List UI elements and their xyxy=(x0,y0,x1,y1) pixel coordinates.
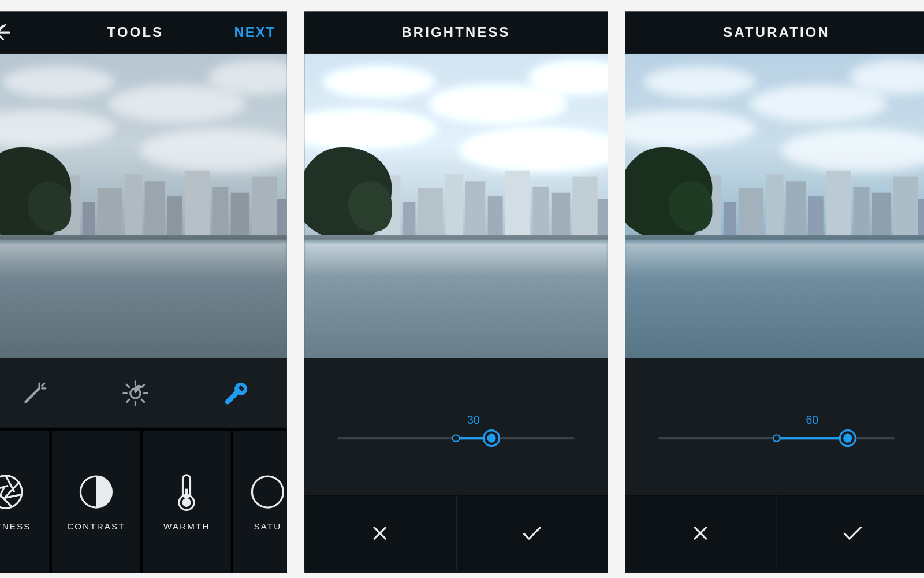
tab-magic-wand[interactable] xyxy=(18,377,50,409)
slider-area: 60 xyxy=(625,358,924,496)
photo-preview[interactable] xyxy=(304,54,608,358)
tile-label: GHTNESS xyxy=(0,521,31,531)
tile-label: WARMTH xyxy=(163,521,210,531)
confirm-bar xyxy=(304,496,608,571)
header: TOOLS NEXT xyxy=(0,11,287,53)
slider-fill xyxy=(777,437,848,439)
cancel-button[interactable] xyxy=(625,496,777,571)
screen-saturation: SATURATION 60 xyxy=(625,11,924,573)
tile-brightness[interactable]: GHTNESS xyxy=(0,431,50,573)
header-title: TOOLS xyxy=(107,24,164,40)
tile-contrast[interactable]: CONTRAST xyxy=(52,431,140,573)
contrast-icon xyxy=(77,473,116,512)
next-button[interactable]: NEXT xyxy=(234,24,275,40)
saturation-icon xyxy=(248,473,287,512)
tile-warmth[interactable]: WARMTH xyxy=(143,431,231,573)
slider-handle[interactable] xyxy=(483,429,500,447)
slider-center-marker xyxy=(452,434,460,442)
wrench-icon xyxy=(222,379,251,407)
header: BRIGHTNESS xyxy=(304,11,608,53)
slider-value: 30 xyxy=(467,414,480,427)
tile-label: CONTRAST xyxy=(67,521,125,531)
check-icon xyxy=(842,524,863,542)
confirm-bar xyxy=(625,496,924,571)
magic-wand-icon xyxy=(21,379,49,407)
screen-brightness: BRIGHTNESS 30 xyxy=(304,11,608,573)
aperture-icon xyxy=(0,473,25,512)
photo-preview[interactable] xyxy=(0,54,287,358)
cancel-button[interactable] xyxy=(304,496,456,571)
svg-point-7 xyxy=(252,476,283,507)
header: SATURATION xyxy=(625,11,924,53)
tool-tabs xyxy=(0,358,287,428)
svg-rect-6 xyxy=(185,489,188,502)
done-button[interactable] xyxy=(777,496,924,571)
back-button[interactable] xyxy=(0,21,13,43)
close-icon xyxy=(371,524,389,542)
lux-icon xyxy=(121,379,150,407)
thermometer-icon xyxy=(167,473,206,512)
screen-tools: TOOLS NEXT xyxy=(0,11,287,573)
slider-handle[interactable] xyxy=(839,429,856,447)
tool-tiles: GHTNESS CONTRAST xyxy=(0,428,287,573)
slider-track[interactable] xyxy=(337,437,574,439)
slider-track[interactable] xyxy=(658,437,895,439)
close-icon xyxy=(691,524,710,542)
done-button[interactable] xyxy=(456,496,608,571)
tab-wrench[interactable] xyxy=(220,377,252,409)
tile-label: SATU xyxy=(254,521,281,531)
tab-lux[interactable] xyxy=(119,377,151,409)
header-title: BRIGHTNESS xyxy=(401,24,510,40)
check-icon xyxy=(521,524,543,542)
slider-value: 60 xyxy=(806,414,818,427)
slider-area: 30 xyxy=(304,358,608,496)
back-arrow-icon xyxy=(0,23,10,41)
header-title: SATURATION xyxy=(723,24,830,40)
slider-center-marker xyxy=(773,434,781,442)
tile-saturation[interactable]: SATU xyxy=(233,431,287,573)
photo-preview[interactable] xyxy=(625,54,924,358)
